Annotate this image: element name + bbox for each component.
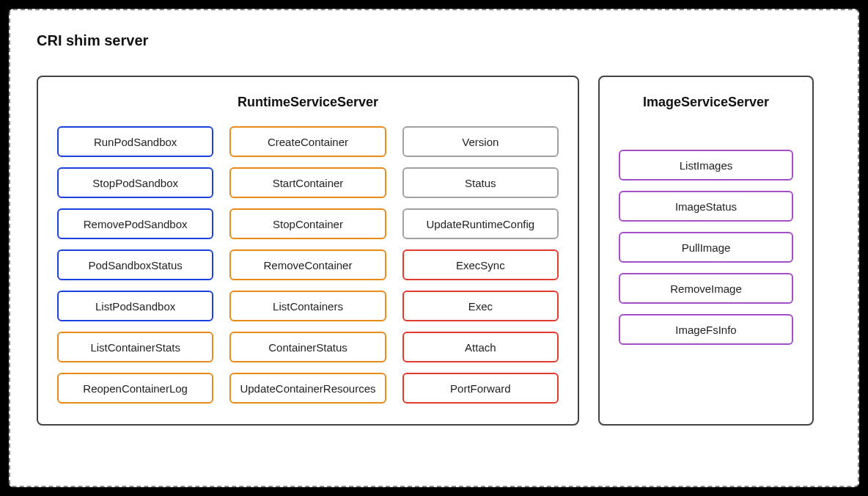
api-create-container: CreateContainer xyxy=(229,126,386,157)
api-version: Version xyxy=(402,126,559,157)
runtime-col-3: Version Status UpdateRuntimeConfig ExecS… xyxy=(402,126,559,404)
api-stop-pod-sandbox: StopPodSandbox xyxy=(57,167,213,198)
api-list-pod-sandbox: ListPodSandbox xyxy=(57,291,213,321)
image-service-server-panel: ImageServiceServer ListImages ImageStatu… xyxy=(598,76,814,426)
api-attach: Attach xyxy=(402,332,559,362)
api-image-fs-info: ImageFsInfo xyxy=(619,314,793,345)
api-remove-image: RemoveImage xyxy=(619,273,793,304)
api-exec-sync: ExecSync xyxy=(402,249,559,280)
api-image-status: ImageStatus xyxy=(619,191,793,222)
api-start-container: StartContainer xyxy=(229,167,386,198)
api-list-containers: ListContainers xyxy=(229,291,386,321)
api-exec: Exec xyxy=(402,291,559,321)
api-list-images: ListImages xyxy=(619,150,793,180)
api-update-runtime-config: UpdateRuntimeConfig xyxy=(402,208,559,239)
api-update-container-resources: UpdateContainerResources xyxy=(229,373,386,404)
api-status: Status xyxy=(402,167,559,198)
api-pod-sandbox-status: PodSandboxStatus xyxy=(57,249,213,280)
runtime-col-2: CreateContainer StartContainer StopConta… xyxy=(229,126,386,404)
api-list-container-stats: ListContainerStats xyxy=(57,332,213,362)
api-reopen-container-log: ReopenContainerLog xyxy=(57,373,213,404)
api-port-forward: PortForward xyxy=(402,373,559,404)
api-remove-pod-sandbox: RemovePodSandbox xyxy=(57,208,213,239)
api-run-pod-sandbox: RunPodSandbox xyxy=(57,126,213,157)
runtime-service-server-title: RuntimeServiceServer xyxy=(57,95,559,110)
runtime-col-1: RunPodSandbox StopPodSandbox RemovePodSa… xyxy=(57,126,213,404)
runtime-columns: RunPodSandbox StopPodSandbox RemovePodSa… xyxy=(57,126,559,404)
cri-shim-server-container: CRI shim server RuntimeServiceServer Run… xyxy=(9,9,859,487)
image-service-server-title: ImageServiceServer xyxy=(619,95,793,110)
servers-row: RuntimeServiceServer RunPodSandbox StopP… xyxy=(37,76,831,426)
runtime-service-server-panel: RuntimeServiceServer RunPodSandbox StopP… xyxy=(37,76,579,426)
image-col: ListImages ImageStatus PullImage RemoveI… xyxy=(619,150,793,345)
api-remove-container: RemoveContainer xyxy=(229,249,386,280)
api-pull-image: PullImage xyxy=(619,232,793,263)
diagram-title: CRI shim server xyxy=(37,32,831,49)
api-container-status: ContainerStatus xyxy=(229,332,386,362)
api-stop-container: StopContainer xyxy=(229,208,386,239)
